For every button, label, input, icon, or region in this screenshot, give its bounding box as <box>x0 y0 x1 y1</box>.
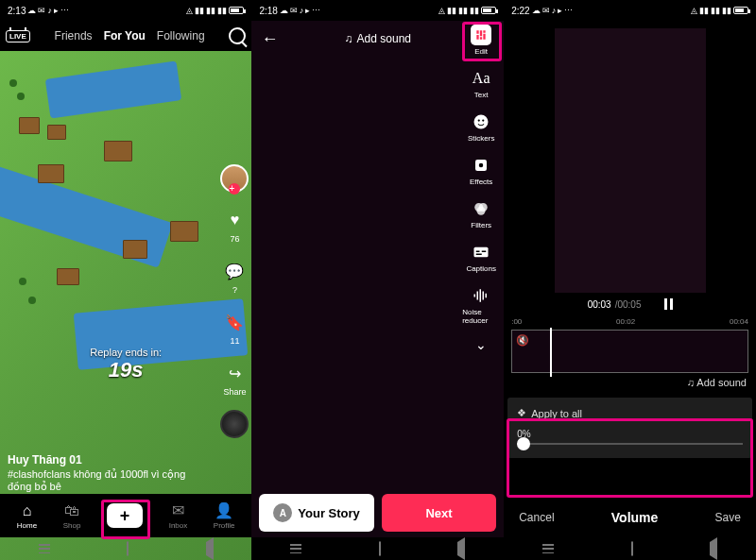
svg-rect-12 <box>474 295 476 297</box>
android-nav-bar <box>0 537 251 560</box>
author-avatar[interactable] <box>220 164 249 193</box>
volume-percent: 0% <box>517 429 743 439</box>
tool-captions[interactable]: Captions <box>462 242 500 273</box>
menu-icon[interactable] <box>290 544 301 553</box>
svg-point-1 <box>478 119 480 121</box>
svg-rect-15 <box>483 292 485 300</box>
captions-icon <box>471 242 491 263</box>
like-count: 76 <box>220 234 249 244</box>
share-icon: ↪ <box>220 359 249 387</box>
svg-rect-9 <box>476 251 480 253</box>
svg-rect-16 <box>486 294 488 298</box>
replay-countdown: Replay ends in: 19s <box>90 347 162 382</box>
home-icon: ⌂ <box>23 502 32 519</box>
back-nav-icon[interactable] <box>457 542 465 555</box>
playback-time: 00:03/00:05 <box>504 298 756 310</box>
tab-for-you[interactable]: For You <box>104 29 146 42</box>
shop-icon: 🛍 <box>64 502 79 519</box>
svg-rect-11 <box>476 254 482 256</box>
tools-expand[interactable]: ⌄ <box>475 337 487 352</box>
status-bar: 2:22☁✉♪▸⋯ ◬▮▮▮▮▮▮ <box>504 0 756 21</box>
editor-action-bar: Cancel Volume Save <box>504 498 756 537</box>
video-feed[interactable]: Replay ends in: 19s ♥ 76 💬 ? 🔖 11 ↪ Shar… <box>0 51 251 560</box>
playhead[interactable] <box>550 328 552 377</box>
video-preview[interactable] <box>555 28 706 293</box>
svg-rect-10 <box>482 251 487 253</box>
story-avatar-icon: A <box>273 503 292 522</box>
filters-icon <box>471 198 491 219</box>
timeline-track[interactable]: 🔇 <box>511 330 748 373</box>
android-nav-bar <box>504 537 756 560</box>
tool-stickers[interactable]: Stickers <box>462 111 500 143</box>
android-nav-bar <box>251 537 504 560</box>
edit-icon <box>471 25 491 45</box>
tool-filters[interactable]: Filters <box>462 198 500 229</box>
effects-icon <box>471 155 491 176</box>
svg-point-2 <box>482 119 484 121</box>
screenshot-post-editor: 2:18☁✉♪▸⋯ ◬▮▮▮▮▮▮ ← ♫ Add sound Edit Aa … <box>251 0 504 560</box>
back-nav-icon[interactable] <box>206 542 214 555</box>
bookmark-button[interactable]: 🔖 11 <box>220 308 249 346</box>
svg-rect-14 <box>480 289 482 302</box>
menu-icon[interactable] <box>542 544 554 553</box>
live-button[interactable]: LIVE <box>6 30 30 42</box>
apply-to-all-toggle[interactable]: ❖ Apply to all <box>517 407 743 419</box>
pause-button[interactable] <box>664 298 673 310</box>
bookmark-icon: 🔖 <box>220 308 249 336</box>
text-icon: Aa <box>471 68 491 89</box>
cancel-button[interactable]: Cancel <box>519 511 554 524</box>
music-note-icon: ♫ <box>345 32 353 45</box>
comment-button[interactable]: 💬 ? <box>220 257 249 295</box>
author-username[interactable]: Huy Thăng 01 <box>8 453 204 467</box>
noise-reducer-icon <box>471 285 491 306</box>
comment-count: ? <box>220 285 249 295</box>
nav-inbox[interactable]: ✉Inbox <box>169 501 188 530</box>
speaker-muted-icon: 🔇 <box>516 334 529 347</box>
home-nav-icon[interactable] <box>127 542 129 555</box>
timeline-ticks: :0000:0200:04 <box>504 315 756 328</box>
tool-noise-reducer[interactable]: Noise reducer <box>462 285 500 325</box>
volume-panel: ❖ Apply to all 0% <box>507 398 752 458</box>
layers-icon: ❖ <box>517 407 526 419</box>
stickers-icon <box>471 111 491 132</box>
status-bar: 2:18☁✉♪▸⋯ ◬▮▮▮▮▮▮ <box>251 0 504 21</box>
slider-thumb[interactable] <box>517 437 530 450</box>
tool-effects[interactable]: Effects <box>462 155 500 186</box>
status-bar: 2:13☁✉♪▸⋯ ◬▮▮▮▮▮▮ <box>0 0 251 21</box>
tab-following[interactable]: Following <box>157 29 205 42</box>
menu-icon[interactable] <box>39 544 50 553</box>
save-button[interactable]: Save <box>715 511 741 524</box>
tool-edit[interactable]: Edit <box>462 25 500 56</box>
like-button[interactable]: ♥ 76 <box>220 206 249 244</box>
share-button[interactable]: ↪ Share <box>220 359 249 397</box>
home-nav-icon[interactable] <box>379 542 381 555</box>
caption-text[interactable]: #clashofclans không đủ 1000fl vì cộng đồ… <box>8 468 204 493</box>
tab-friends[interactable]: Friends <box>55 29 93 42</box>
top-nav: LIVE Friends For You Following <box>0 21 251 51</box>
comment-icon: 💬 <box>220 257 249 285</box>
volume-slider[interactable] <box>517 443 743 445</box>
tool-text[interactable]: Aa Text <box>462 68 500 99</box>
back-nav-icon[interactable] <box>710 542 717 555</box>
heart-icon: ♥ <box>220 206 249 234</box>
svg-point-4 <box>479 163 484 168</box>
search-icon[interactable] <box>229 27 246 44</box>
sound-disc[interactable] <box>220 410 249 438</box>
nav-home[interactable]: ⌂Home <box>17 502 37 530</box>
back-button[interactable]: ← <box>261 29 278 49</box>
nav-create[interactable]: + <box>107 503 143 528</box>
svg-point-7 <box>477 207 486 215</box>
nav-profile[interactable]: 👤Profile <box>214 501 235 530</box>
your-story-button[interactable]: A Your Story <box>259 494 373 532</box>
screenshot-volume-editor: 2:22☁✉♪▸⋯ ◬▮▮▮▮▮▮ 00:03/00:05 :0000:0200… <box>504 0 756 560</box>
profile-icon: 👤 <box>215 501 233 519</box>
next-button[interactable]: Next <box>382 494 496 532</box>
home-nav-icon[interactable] <box>631 542 633 555</box>
panel-title: Volume <box>611 510 659 525</box>
bookmark-count: 11 <box>220 336 249 346</box>
svg-rect-13 <box>477 292 479 300</box>
add-sound-track[interactable]: ♫ Add sound <box>504 373 756 392</box>
add-sound-button[interactable]: ♫ Add sound <box>345 32 411 45</box>
bottom-nav: ⌂Home 🛍Shop + ✉Inbox 👤Profile <box>0 494 251 537</box>
nav-shop[interactable]: 🛍Shop <box>63 502 81 530</box>
